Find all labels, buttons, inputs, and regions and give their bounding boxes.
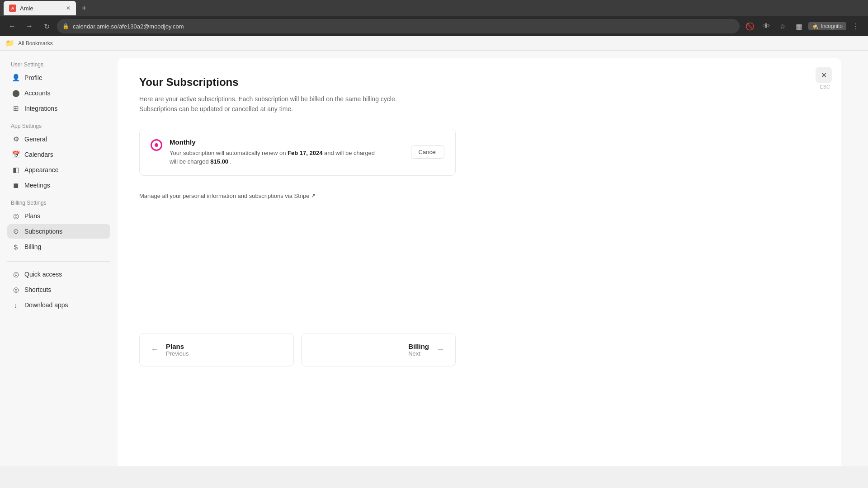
billing-settings-title: Billing Settings	[7, 200, 110, 206]
next-arrow-icon: →	[436, 345, 444, 354]
back-button[interactable]: ←	[5, 19, 19, 33]
subscription-icon-circle	[151, 139, 162, 151]
app-settings-title: App Settings	[7, 123, 110, 129]
integrations-icon: ⊞	[12, 104, 20, 113]
plans-nav-sub: Previous	[166, 350, 189, 357]
sidebar-item-subscriptions[interactable]: ⊙ Subscriptions	[7, 224, 110, 239]
stripe-link-row: Manage all your personal information and…	[139, 185, 456, 206]
subscriptions-icon: ⊙	[12, 227, 20, 235]
sidebar-item-general[interactable]: ⚙ General	[7, 132, 110, 146]
nav-footer: ← Plans Previous Billing Next →	[139, 333, 456, 366]
incognito-icon: 🕵	[812, 23, 819, 29]
sidebar: User Settings 👤 Profile ⬤ Accounts ⊞ Int…	[0, 51, 118, 466]
cancel-button[interactable]: Cancel	[411, 145, 444, 159]
star-button[interactable]: ☆	[776, 19, 789, 33]
appearance-icon: ◧	[12, 166, 20, 174]
download-apps-icon: ↓	[12, 301, 20, 309]
forward-button[interactable]: →	[23, 19, 36, 33]
sidebar-item-calendars[interactable]: 📅 Calendars	[7, 147, 110, 162]
sidebar-item-billing[interactable]: $ Billing	[7, 239, 110, 254]
reload-button[interactable]: ↻	[40, 19, 53, 33]
close-button[interactable]: ✕	[816, 67, 832, 83]
sidebar-item-label-integrations: Integrations	[24, 105, 57, 112]
tab-close-button[interactable]: ✕	[66, 5, 71, 11]
plans-nav-text: Plans Previous	[166, 343, 189, 357]
user-settings-section: User Settings 👤 Profile ⬤ Accounts ⊞ Int…	[7, 61, 110, 116]
charge-text: and will be charged	[324, 150, 375, 156]
billing-nav-label: Billing	[408, 343, 429, 350]
billing-nav-text: Billing Next	[408, 343, 429, 357]
stripe-link[interactable]: Manage all your personal information and…	[139, 192, 456, 199]
tab-title: Amie	[20, 5, 33, 12]
bookmarks-label[interactable]: All Bookmarks	[18, 40, 53, 47]
sidebar-item-plans[interactable]: ◎ Plans	[7, 209, 110, 223]
page-title: Your Subscriptions	[139, 76, 819, 89]
prev-arrow-icon: ←	[151, 345, 159, 354]
billing-settings-section: Billing Settings ◎ Plans ⊙ Subscriptions…	[7, 200, 110, 254]
subscription-left: Monthly Your subscription will automatic…	[151, 138, 375, 166]
sidebar-item-label-subscriptions: Subscriptions	[24, 228, 62, 235]
user-settings-title: User Settings	[7, 61, 110, 68]
sidebar-item-integrations[interactable]: ⊞ Integrations	[7, 101, 110, 116]
subscription-name: Monthly	[170, 138, 375, 146]
address-bar[interactable]: 🔒 calendar.amie.so/afe130a2@moodjoy.com	[57, 19, 740, 33]
sidebar-item-meetings[interactable]: ◼ Meetings	[7, 178, 110, 192]
sidebar-item-label-meetings: Meetings	[24, 182, 50, 189]
page-description: Here are your active subscriptions. Each…	[139, 94, 447, 114]
description-line2: Subscriptions can be updated or cancelle…	[139, 105, 293, 113]
address-bar-row: ← → ↻ 🔒 calendar.amie.so/afe130a2@moodjo…	[0, 16, 868, 36]
sidebar-item-accounts[interactable]: ⬤ Accounts	[7, 86, 110, 100]
description-line1: Here are your active subscriptions. Each…	[139, 95, 397, 103]
extension-icon-2[interactable]: 👁	[760, 19, 773, 33]
subscription-info: Monthly Your subscription will automatic…	[170, 138, 375, 166]
sidebar-item-label-quick-access: Quick access	[24, 271, 62, 278]
incognito-badge: 🕵 Incognito	[808, 22, 846, 30]
esc-label: ESC	[820, 84, 830, 89]
sidebar-item-label-accounts: Accounts	[24, 89, 51, 97]
subscription-card: Monthly Your subscription will automatic…	[139, 129, 456, 176]
tab-bar: A Amie ✕ +	[0, 0, 868, 16]
main-content: ✕ ESC Your Subscriptions Here are your a…	[118, 58, 841, 466]
shortcuts-icon: ◎	[12, 286, 20, 294]
stripe-link-text: Manage all your personal information and…	[139, 192, 309, 199]
url-text: calendar.amie.so/afe130a2@moodjoy.com	[73, 23, 184, 30]
sidebar-item-label-general: General	[24, 136, 47, 143]
plans-nav-label: Plans	[166, 343, 189, 350]
sidebar-item-label-download-apps: Download apps	[24, 301, 68, 309]
external-link-icon: ↗	[311, 192, 316, 199]
sidebar-item-label-profile: Profile	[24, 74, 42, 81]
accounts-icon: ⬤	[12, 89, 20, 97]
general-icon: ⚙	[12, 135, 20, 143]
new-tab-button[interactable]: +	[78, 2, 90, 14]
subscription-detail: Your subscription will automatically ren…	[170, 149, 375, 166]
bookmarks-icon: 📁	[5, 39, 14, 47]
meetings-icon: ◼	[12, 181, 20, 189]
app-settings-section: App Settings ⚙ General 📅 Calendars ◧ App…	[7, 123, 110, 192]
sidebar-item-shortcuts[interactable]: ◎ Shortcuts	[7, 282, 110, 297]
sidebar-item-quick-access[interactable]: ◎ Quick access	[7, 267, 110, 282]
sidebar-button[interactable]: ▦	[792, 19, 806, 33]
app-container: User Settings 👤 Profile ⬤ Accounts ⊞ Int…	[0, 51, 868, 466]
sidebar-item-label-plans: Plans	[24, 212, 40, 220]
lock-icon: 🔒	[62, 23, 69, 29]
billing-nav-sub: Next	[408, 350, 429, 357]
charge-amount: $15.00	[210, 158, 228, 165]
billing-nav-card[interactable]: Billing Next →	[301, 333, 456, 366]
plans-nav-card[interactable]: ← Plans Previous	[139, 333, 294, 366]
browser-actions: 🚫 👁 ☆ ▦ 🕵 Incognito ⋮	[743, 19, 863, 33]
tab-favicon: A	[9, 5, 16, 12]
subscription-icon	[151, 139, 163, 152]
will-be-charged-text: will be charged	[170, 158, 210, 165]
sidebar-item-download-apps[interactable]: ↓ Download apps	[7, 298, 110, 312]
sidebar-item-label-shortcuts: Shortcuts	[24, 286, 51, 293]
plans-icon: ◎	[12, 212, 20, 220]
subscription-icon-inner	[155, 143, 158, 147]
sidebar-item-label-calendars: Calendars	[24, 151, 53, 158]
extension-icon-1[interactable]: 🚫	[743, 19, 757, 33]
active-tab[interactable]: A Amie ✕	[4, 1, 76, 15]
quick-access-icon: ◎	[12, 270, 20, 278]
sidebar-item-appearance[interactable]: ◧ Appearance	[7, 163, 110, 177]
menu-button[interactable]: ⋮	[849, 19, 863, 33]
sidebar-item-label-appearance: Appearance	[24, 166, 59, 174]
sidebar-item-profile[interactable]: 👤 Profile	[7, 70, 110, 85]
